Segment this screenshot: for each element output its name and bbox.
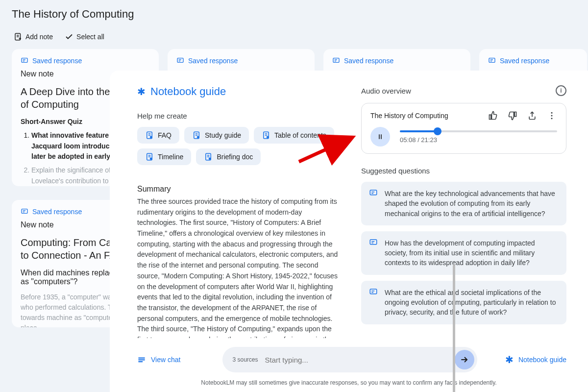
chat-icon: [369, 189, 379, 219]
share-button[interactable]: [527, 110, 538, 121]
svg-point-23: [150, 136, 152, 139]
suggested-question[interactable]: What are the ethical and societal implic…: [361, 281, 566, 324]
check-icon: [65, 32, 74, 41]
chat-icon: [21, 208, 28, 216]
svg-rect-8: [177, 58, 183, 63]
svg-point-31: [267, 136, 269, 139]
svg-point-40: [551, 112, 553, 114]
chat-icon: [176, 57, 184, 65]
chat-lines-icon: [137, 355, 146, 364]
svg-rect-48: [370, 240, 377, 245]
chat-icon: [369, 288, 379, 318]
sparkle-icon: ✱: [505, 354, 514, 366]
svg-rect-17: [22, 209, 27, 214]
doc-icon: [145, 131, 154, 140]
svg-rect-45: [370, 190, 377, 195]
pause-icon: [376, 133, 384, 141]
svg-point-42: [551, 118, 553, 119]
saved-response-badge: Saved response: [488, 57, 578, 65]
saved-response-badge: Saved response: [332, 57, 462, 65]
svg-rect-51: [370, 289, 377, 294]
chip-toc[interactable]: Table of contents: [254, 127, 334, 144]
send-button[interactable]: [455, 350, 474, 369]
toolbar: Add note Select all: [0, 28, 588, 49]
guide-right-column: Audio overview i The History of Computin…: [357, 71, 588, 338]
notebook-guide-panel: ✱ Notebook guide Help me create FAQ Stud…: [110, 71, 588, 392]
scrollbar[interactable]: [453, 265, 455, 392]
svg-point-39: [209, 158, 211, 160]
chip-study-guide[interactable]: Study guide: [184, 127, 249, 144]
audio-overview-label: Audio overview: [361, 87, 411, 95]
svg-rect-14: [489, 58, 495, 63]
disclaimer-text: NotebookLM may still sometimes give inac…: [110, 375, 588, 392]
suggested-question[interactable]: What are the key technological advanceme…: [361, 182, 566, 225]
sources-count: 3 sources: [232, 356, 258, 363]
doc-icon: [145, 152, 154, 161]
svg-rect-5: [22, 58, 27, 63]
add-note-button[interactable]: Add note: [14, 32, 53, 41]
select-all-button[interactable]: Select all: [65, 32, 104, 41]
chip-briefing-doc[interactable]: Briefing doc: [196, 148, 261, 165]
svg-rect-54: [138, 358, 145, 359]
chip-timeline[interactable]: Timeline: [137, 148, 191, 165]
suggested-questions-heading: Suggested questions: [361, 167, 566, 175]
svg-rect-11: [333, 58, 339, 63]
doc-icon: [192, 131, 201, 140]
info-icon[interactable]: i: [556, 85, 566, 96]
thumbs-up-button[interactable]: [488, 110, 498, 121]
view-chat-button[interactable]: View chat: [137, 355, 180, 364]
chip-faq[interactable]: FAQ: [137, 127, 179, 144]
svg-rect-55: [138, 359, 145, 360]
page-title: The History of Computing: [12, 8, 576, 21]
audio-player-card: The History of Computing: [361, 103, 566, 154]
doc-icon: [204, 152, 213, 161]
notebook-guide-link[interactable]: ✱ Notebook guide: [505, 354, 566, 366]
panel-footer: View chat 3 sources ✱ Notebook guide: [110, 338, 588, 375]
help-me-create-label: Help me create: [137, 112, 343, 120]
suggested-questions-list: What are the key technological advanceme…: [361, 182, 566, 324]
chat-icon: [369, 238, 379, 268]
more-menu-button[interactable]: [546, 110, 557, 121]
thumbs-down-button[interactable]: [507, 110, 518, 121]
audio-time: 05:08 / 21:23: [400, 136, 557, 144]
svg-point-35: [150, 158, 152, 160]
svg-rect-56: [138, 361, 143, 362]
svg-point-27: [197, 136, 199, 139]
summary-heading: Summary: [137, 185, 343, 194]
saved-response-badge: Saved response: [176, 57, 306, 65]
svg-point-41: [551, 115, 553, 117]
add-note-label: Add note: [25, 33, 53, 41]
pause-button[interactable]: [370, 127, 390, 147]
chat-icon: [488, 57, 496, 65]
note-add-icon: [14, 32, 23, 41]
suggested-question[interactable]: How has the development of computing imp…: [361, 231, 566, 275]
select-all-label: Select all: [76, 33, 104, 41]
chat-icon: [332, 57, 340, 65]
summary-text: The three sources provided trace the his…: [137, 196, 343, 338]
chat-input[interactable]: [265, 356, 455, 364]
slider-fill: [400, 130, 438, 132]
doc-icon: [262, 131, 270, 140]
header: The History of Computing: [0, 0, 588, 28]
guide-left-column: ✱ Notebook guide Help me create FAQ Stud…: [110, 71, 357, 338]
sparkle-icon: ✱: [137, 86, 146, 98]
guide-title: ✱ Notebook guide: [137, 85, 343, 98]
saved-response-badge: Saved response: [21, 57, 150, 65]
arrow-right-icon: [460, 355, 469, 365]
chat-icon: [21, 57, 28, 65]
chat-input-bar: 3 sources: [222, 347, 477, 372]
audio-title: The History of Computing: [370, 112, 448, 120]
create-chips: FAQ Study guide Table of contents Timeli…: [137, 127, 343, 165]
slider-thumb[interactable]: [434, 127, 441, 135]
audio-progress-slider[interactable]: [400, 130, 557, 132]
